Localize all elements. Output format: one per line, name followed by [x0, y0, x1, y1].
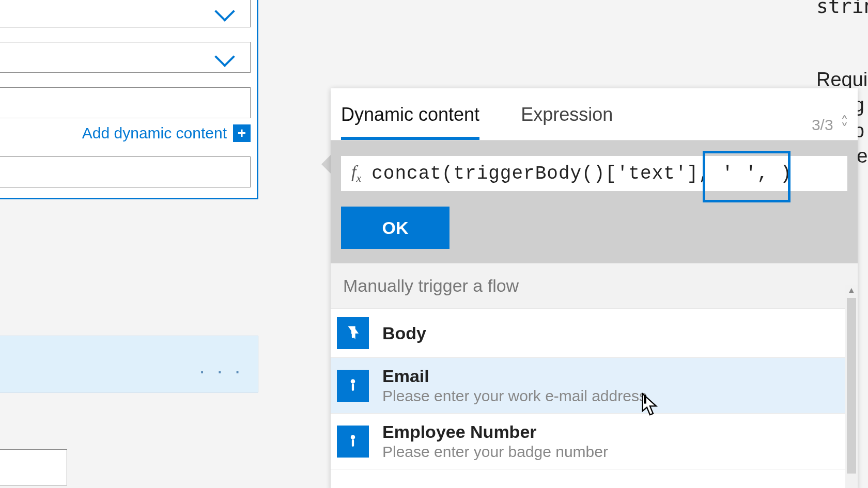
- svg-rect-5: [352, 439, 354, 446]
- dynamic-item-desc: Please enter your badge number: [382, 443, 608, 461]
- dynamic-item-email[interactable]: Email Please enter your work e-mail addr…: [331, 358, 858, 414]
- count-stepper-icon[interactable]: ˄˅: [841, 119, 848, 133]
- panel-tabs: Dynamic content Expression 3/3 ˄˅: [331, 88, 858, 140]
- panel-pointer-icon: [321, 155, 331, 174]
- tab-expression[interactable]: Expression: [521, 104, 613, 140]
- plus-icon: +: [233, 124, 251, 142]
- action-card: Add dynamic content +: [0, 0, 258, 199]
- scrollbar[interactable]: ▲: [845, 285, 858, 488]
- ellipsis-icon[interactable]: . . .: [199, 355, 243, 378]
- dynamic-item-title: Employee Number: [382, 422, 608, 442]
- svg-point-2: [351, 379, 355, 384]
- dynamic-content-panel: Dynamic content Expression 3/3 ˄˅ fx con…: [331, 88, 858, 488]
- svg-rect-1: [352, 331, 354, 338]
- trigger-icon: [337, 317, 369, 349]
- dynamic-item-title: Body: [382, 323, 426, 343]
- expression-bar: fx concat(triggerBody()['text'], ' ', ): [331, 140, 858, 207]
- tab-dynamic-content[interactable]: Dynamic content: [341, 104, 479, 140]
- add-dynamic-content-label: Add dynamic content: [82, 124, 227, 142]
- lower-field[interactable]: [0, 449, 67, 485]
- field-dropdown-1[interactable]: [0, 0, 251, 27]
- trigger-icon: [337, 426, 369, 458]
- svg-point-4: [351, 435, 355, 439]
- fx-icon: fx: [341, 162, 371, 185]
- dynamic-item-title: Email: [382, 366, 647, 386]
- scroll-up-icon[interactable]: ▲: [845, 285, 858, 296]
- field-input-4[interactable]: [0, 156, 251, 187]
- scroll-thumb[interactable]: [847, 298, 856, 474]
- expression-input[interactable]: fx concat(triggerBody()['text'], ' ', ): [341, 156, 847, 191]
- dynamic-item-employee-number[interactable]: Employee Number Please enter your badge …: [331, 414, 858, 469]
- field-dropdown-2[interactable]: [0, 42, 251, 73]
- section-header-trigger: Manually trigger a flow: [331, 263, 858, 309]
- lower-action-header[interactable]: . . .: [0, 336, 258, 392]
- result-count: 3/3 ˄˅: [812, 116, 848, 134]
- add-dynamic-content-link[interactable]: Add dynamic content +: [0, 124, 251, 142]
- field-input-3[interactable]: [0, 87, 251, 118]
- dynamic-item-body[interactable]: Body: [331, 309, 858, 358]
- svg-point-0: [351, 326, 355, 331]
- dynamic-item-desc: Please enter your work e-mail address: [382, 387, 647, 405]
- ok-button[interactable]: OK: [341, 207, 450, 249]
- dynamic-content-list: Body Email Please enter your work e-mail…: [331, 309, 858, 469]
- tooltip-fragment-top: strin: [816, 0, 868, 18]
- ok-row: OK: [331, 207, 858, 263]
- svg-rect-3: [352, 383, 354, 390]
- trigger-icon: [337, 370, 369, 402]
- expression-text: concat(triggerBody()['text'], ' ', ): [371, 163, 792, 184]
